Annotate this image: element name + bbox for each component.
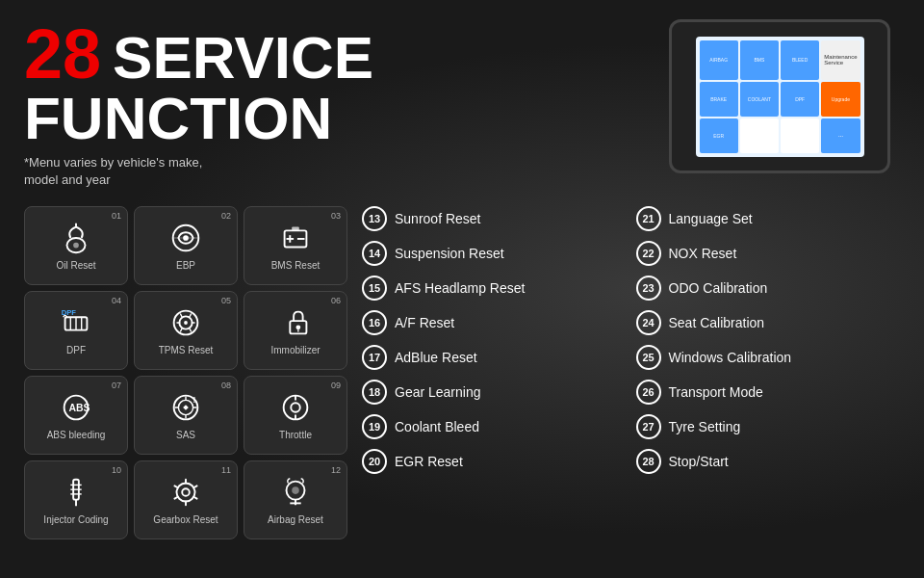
icon-gearbox-reset[interactable]: 11 Gearbox Reset	[134, 460, 238, 539]
immobilizer-label: Immobilizer	[270, 345, 320, 356]
svg-point-20	[295, 326, 300, 330]
device-screen: AIRBAG BMS BLEED MaintenanceService BRAK…	[696, 37, 864, 157]
subtitle: *Menu varies by vehicle's make, model an…	[24, 154, 669, 189]
svg-point-37	[182, 489, 190, 497]
abs-bleeding-icon: ABS	[58, 389, 94, 426]
tpms-reset-label: TPMS Reset	[159, 345, 214, 356]
screen-cell: MaintenanceService	[821, 40, 860, 81]
list-text: Language Set	[669, 211, 753, 226]
screen-cell: BRAKE	[700, 82, 738, 117]
list-number: 16	[362, 310, 387, 335]
gearbox-reset-icon	[167, 474, 204, 511]
immobilizer-icon	[277, 304, 314, 341]
icon-immobilizer[interactable]: 06 Immobilizer	[244, 291, 347, 370]
ebp-label: EBP	[176, 260, 195, 272]
oil-reset-icon	[58, 220, 94, 256]
svg-text:ABS: ABS	[68, 403, 90, 413]
screen-cell: AIRBAG	[700, 40, 738, 81]
list-item: 23 ODO Calibration	[636, 276, 901, 301]
dpf-icon: DPF	[58, 304, 94, 341]
list-text: Gear Learning	[395, 384, 481, 400]
screen-cell	[740, 118, 779, 153]
icon-sas[interactable]: 08 ! SAS	[134, 376, 238, 455]
list-number: 27	[636, 414, 661, 439]
list-text: Suspension Reset	[395, 246, 504, 261]
icon-ebp[interactable]: 02 EBP	[134, 206, 238, 285]
sas-label: SAS	[176, 430, 195, 441]
list-item: 15 AFS Headlamp Reset	[362, 276, 627, 301]
list-number: 14	[362, 241, 387, 266]
main-container: 28 SERVICE FUNCTION *Menu varies by vehi…	[0, 0, 924, 578]
icon-tpms-reset[interactable]: 05 TPMS Reset	[134, 291, 238, 370]
screen-cell: BLEED	[781, 40, 819, 81]
list-item: 18 Gear Learning	[362, 380, 627, 405]
header: 28 SERVICE FUNCTION *Menu varies by vehi…	[24, 19, 900, 189]
list-text: Transport Mode	[669, 384, 763, 400]
icon-airbag-reset[interactable]: 12 Airbag Reset	[244, 460, 347, 539]
icon-grid-section: 01 Oil Reset 02	[24, 206, 347, 539]
list-number: 23	[636, 276, 661, 301]
list-item: 27 Tyre Setting	[636, 414, 901, 439]
svg-point-18	[184, 321, 188, 325]
list-text: Stop/Start	[669, 454, 729, 469]
airbag-reset-icon	[277, 474, 314, 511]
list-number: 22	[636, 241, 661, 266]
screen-cell	[781, 118, 819, 153]
device-image: AIRBAG BMS BLEED MaintenanceService BRAK…	[669, 19, 900, 183]
list-number: 26	[636, 380, 661, 405]
svg-rect-7	[292, 227, 299, 231]
screen-cell: EGR	[700, 118, 738, 153]
list-item: 22 NOX Reset	[636, 241, 901, 266]
title-line1: 28 SERVICE	[24, 19, 669, 89]
svg-point-36	[177, 484, 195, 502]
svg-text:DPF: DPF	[62, 309, 77, 318]
list-text: Seat Calibration	[669, 315, 765, 330]
list-text: AFS Headlamp Reset	[395, 280, 525, 296]
abs-bleeding-label: ABS bleeding	[47, 430, 106, 441]
list-column-2: 21 Language Set 22 NOX Reset 23 ODO Cali…	[636, 206, 901, 539]
screen-cell: Upgrade	[821, 82, 860, 117]
list-text: AdBlue Reset	[395, 350, 477, 365]
screen-cell: ⋯	[821, 118, 860, 153]
list-item: 19 Coolant Bleed	[362, 414, 627, 439]
list-item: 17 AdBlue Reset	[362, 345, 627, 370]
main-content: 01 Oil Reset 02	[24, 206, 900, 539]
list-item: 14 Suspension Reset	[362, 241, 627, 266]
list-item: 24 Seat Calibration	[636, 310, 901, 335]
svg-point-28	[291, 404, 300, 413]
icon-oil-reset[interactable]: 01 Oil Reset	[24, 206, 128, 285]
list-number: 19	[362, 414, 387, 439]
list-text: Tyre Setting	[669, 419, 741, 434]
icon-grid: 01 Oil Reset 02	[24, 206, 347, 539]
list-text: A/F Reset	[395, 315, 454, 330]
icon-abs-bleeding[interactable]: 07 ABS ABS bleeding	[24, 376, 128, 455]
list-item: 26 Transport Mode	[636, 380, 901, 405]
list-item: 20 EGR Reset	[362, 449, 627, 474]
list-item: 25 Windows Calibration	[636, 345, 901, 370]
screen-cell: DPF	[781, 82, 819, 117]
list-number: 25	[636, 345, 661, 370]
list-item: 21 Language Set	[636, 206, 901, 231]
list-number: 17	[362, 345, 387, 370]
oil-reset-label: Oil Reset	[56, 260, 95, 272]
list-number: 20	[362, 449, 387, 474]
bms-reset-label: BMS Reset	[271, 260, 321, 272]
list-text: Windows Calibration	[669, 350, 792, 365]
injector-coding-label: Injector Coding	[43, 514, 108, 526]
screen-cell: BMS	[740, 40, 779, 81]
list-number: 15	[362, 276, 387, 301]
list-text: EGR Reset	[395, 454, 463, 469]
svg-point-2	[73, 243, 79, 249]
icon-dpf[interactable]: 04 DPF DPF	[24, 291, 128, 370]
icon-injector-coding[interactable]: 10 Injector Coding	[24, 460, 128, 539]
throttle-icon	[277, 389, 314, 426]
icon-bms-reset[interactable]: 03 BMS Reset	[244, 206, 347, 285]
icon-throttle[interactable]: 09 Throttle	[244, 376, 347, 455]
service-lists: 13 Sunroof Reset 14 Suspension Reset 15 …	[347, 206, 900, 539]
number-28: 28	[24, 19, 101, 89]
list-text: Sunroof Reset	[395, 211, 481, 226]
list-number: 24	[636, 310, 661, 335]
device-body: AIRBAG BMS BLEED MaintenanceService BRAK…	[669, 19, 890, 173]
list-number: 13	[362, 206, 387, 231]
bms-reset-icon	[277, 220, 314, 256]
